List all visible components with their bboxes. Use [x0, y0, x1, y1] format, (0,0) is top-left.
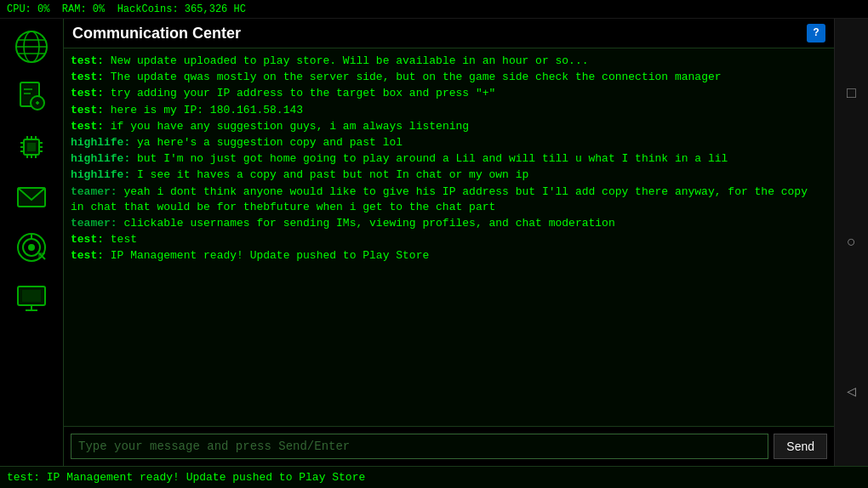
- message-text: I see it haves a copy and past but not I…: [130, 168, 528, 181]
- chat-messages: test: New update uploaded to play store.…: [64, 48, 834, 426]
- message-text: if you have any suggestion guys, i am al…: [104, 120, 469, 133]
- message-text: yeah i dont think anyone would like to g…: [71, 185, 808, 213]
- message-text: clickable usernames for sending IMs, vie…: [117, 217, 615, 230]
- message-username: test:: [71, 71, 104, 83]
- message-username: highlife:: [71, 168, 130, 181]
- message-text: test: [104, 233, 137, 246]
- chat-message: highlife: ya here's a suggestion copy an…: [71, 135, 827, 150]
- svg-point-28: [28, 244, 35, 251]
- message-username: teamer:: [71, 217, 117, 230]
- message-username: highlife:: [71, 152, 130, 165]
- chat-message: test: here is my IP: 180.161.58.143: [71, 103, 827, 118]
- sidebar-icon-chip[interactable]: [9, 123, 55, 170]
- message-text: ya here's a suggestion copy and past lol: [130, 136, 403, 149]
- message-username: test:: [71, 87, 104, 99]
- chat-message: test: New update uploaded to play store.…: [71, 54, 827, 69]
- message-username: test:: [71, 233, 104, 246]
- cpu-stat: CPU: 0%: [7, 3, 49, 15]
- sidebar: [0, 19, 64, 466]
- chat-message: test: IP Management ready! Update pushed…: [71, 248, 827, 264]
- sidebar-icon-monitor[interactable]: [9, 274, 55, 321]
- message-text: The update qwas mostly on the server sid…: [104, 71, 722, 83]
- chat-header: Communication Center ?: [64, 19, 834, 48]
- chat-message: highlife: but I'm no just got home going…: [71, 151, 827, 167]
- sidebar-icon-target[interactable]: [9, 224, 55, 270]
- message-input[interactable]: [71, 434, 768, 459]
- message-text: try adding your IP address to the target…: [104, 87, 495, 99]
- help-button[interactable]: ?: [807, 24, 825, 43]
- chat-message: test: test: [71, 232, 827, 247]
- message-username: test:: [71, 54, 104, 67]
- message-username: test:: [71, 120, 104, 133]
- svg-rect-34: [22, 290, 41, 302]
- send-button[interactable]: Send: [774, 434, 827, 459]
- hackcoins-stat: HackCoins: 365,326 HC: [117, 3, 246, 15]
- message-username: test:: [71, 249, 104, 262]
- input-area: Send: [64, 426, 834, 466]
- sidebar-icon-globe[interactable]: [9, 23, 55, 70]
- chat-title: Communication Center: [72, 25, 241, 43]
- chat-message: highlife: I see it haves a copy and past…: [71, 167, 827, 183]
- message-username: test:: [71, 104, 104, 116]
- chat-container: Communication Center ? test: New update …: [64, 19, 834, 466]
- message-text: but I'm no just got home going to play a…: [130, 152, 728, 165]
- square-button[interactable]: □: [839, 81, 865, 106]
- circle-button[interactable]: ○: [839, 230, 865, 255]
- chat-message: test: if you have any suggestion guys, i…: [71, 119, 827, 134]
- message-username: teamer:: [71, 185, 117, 198]
- message-text: here is my IP: 180.161.58.143: [104, 104, 303, 116]
- sidebar-icon-envelope[interactable]: [9, 173, 55, 220]
- message-text: IP Management ready! Update pushed to Pl…: [104, 249, 429, 262]
- bottom-status-bar: test: IP Management ready! Update pushed…: [0, 466, 868, 488]
- bottom-status-text: test: IP Management ready! Update pushed…: [7, 471, 365, 484]
- status-bar: CPU: 0% RAM: 0% HackCoins: 365,326 HC: [0, 0, 868, 19]
- right-panel: □ ○ ◁: [834, 19, 868, 466]
- svg-rect-12: [27, 143, 36, 151]
- chat-message: test: The update qwas mostly on the serv…: [71, 70, 827, 85]
- message-text: New update uploaded to play store. Will …: [104, 54, 589, 67]
- sidebar-icon-document[interactable]: [9, 73, 55, 120]
- chat-message: teamer: yeah i dont think anyone would l…: [71, 184, 827, 215]
- chat-message: teamer: clickable usernames for sending …: [71, 216, 827, 231]
- chat-message: test: try adding your IP address to the …: [71, 86, 827, 101]
- back-button[interactable]: ◁: [839, 378, 865, 404]
- message-username: highlife:: [71, 136, 130, 149]
- ram-stat: RAM: 0%: [62, 3, 105, 15]
